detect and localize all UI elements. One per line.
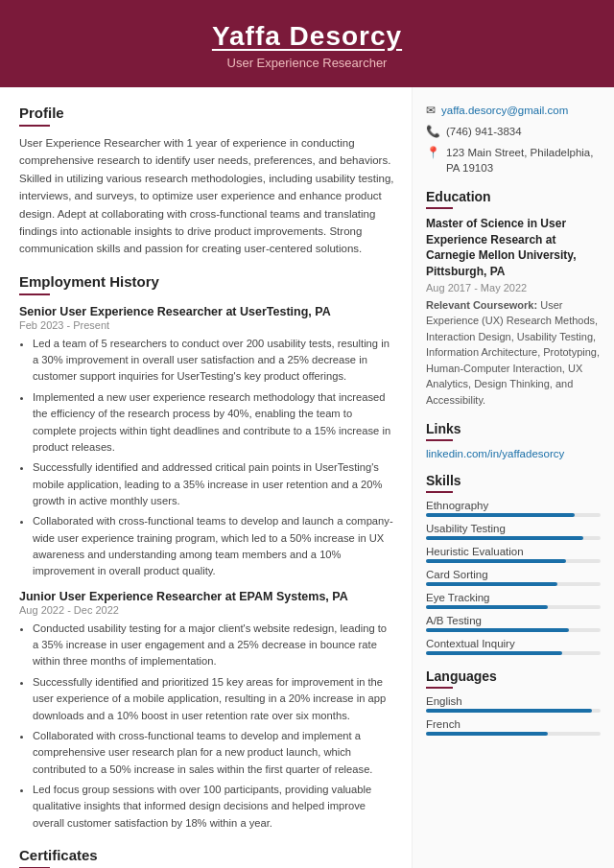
skills-divider [426,491,453,493]
skill-bar-fill-3 [426,582,557,586]
links-divider [426,439,453,441]
contact-phone-item: 📞 (746) 941-3834 [426,124,601,140]
skill-bar-bg-3 [426,582,601,586]
skill-bar-fill-5 [426,628,569,632]
job-2-bullet-4: Led focus group sessions with over 100 p… [33,782,394,832]
employment-divider [19,293,50,295]
phone-icon: 📞 [426,124,440,140]
skill-item-0: Ethnography [426,500,601,517]
education-title: Education [426,189,601,204]
skill-bar-bg-4 [426,605,601,609]
coursework-label: Relevant Coursework: [426,299,537,311]
skill-item-4: Eye Tracking [426,592,601,609]
languages-divider [426,687,453,689]
main-content: Profile User Experience Researcher with … [0,87,614,868]
lang-bar-bg-0 [426,709,601,713]
education-divider [426,207,453,209]
lang-item-0: English [426,695,601,713]
address-text: 123 Main Street, Philadelphia, PA 19103 [446,145,601,176]
job-1-title: Senior User Experience Researcher at Use… [19,305,394,318]
skill-item-2: Heuristic Evaluation [426,546,601,563]
skill-item-6: Contextual Inquiry [426,638,601,655]
phone-text: (746) 941-3834 [446,124,522,139]
languages-list: English French [426,695,601,736]
skill-name-0: Ethnography [426,500,601,511]
edu-degree: Master of Science in User Experience Res… [426,216,601,280]
skill-item-1: Usability Testing [426,523,601,540]
links-section: Links linkedin.com/in/yaffadesorcy [426,421,601,459]
lang-name-1: French [426,718,601,730]
lang-bar-bg-1 [426,732,601,736]
job-2-dates: Aug 2022 - Dec 2022 [19,604,394,616]
job-2-bullet-2: Successfully identified and prioritized … [33,674,394,724]
email-icon: ✉ [426,103,436,119]
skills-title: Skills [426,473,601,488]
skill-name-2: Heuristic Evaluation [426,546,601,557]
education-section: Education Master of Science in User Expe… [426,189,601,409]
profile-divider [19,125,50,127]
skill-item-5: A/B Testing [426,615,601,632]
job-2: Junior User Experience Researcher at EPA… [19,590,394,832]
skill-bar-fill-4 [426,605,548,609]
skill-bar-fill-1 [426,536,583,540]
job-2-title: Junior User Experience Researcher at EPA… [19,590,394,603]
left-column: Profile User Experience Researcher with … [0,87,413,868]
certificates-section: Certificates Certified User Experience A… [19,847,394,868]
skill-bar-bg-5 [426,628,601,632]
contact-section: ✉ yaffa.desorcy@gmail.com 📞 (746) 941-38… [426,103,601,176]
profile-title: Profile [19,105,394,121]
job-1-dates: Feb 2023 - Present [19,319,394,331]
skill-name-1: Usability Testing [426,523,601,534]
skill-bar-bg-1 [426,536,601,540]
skill-bar-fill-2 [426,559,566,563]
skill-name-5: A/B Testing [426,615,601,626]
skill-item-3: Card Sorting [426,569,601,586]
skill-name-6: Contextual Inquiry [426,638,601,649]
certificates-title: Certificates [19,847,394,863]
job-1-bullet-4: Collaborated with cross-functional teams… [33,513,394,579]
edu-coursework: Relevant Coursework: User Experience (UX… [426,297,601,409]
contact-address-item: 📍 123 Main Street, Philadelphia, PA 1910… [426,145,601,176]
lang-item-1: French [426,718,601,736]
coursework-text: User Experience (UX) Research Methods, I… [426,299,600,406]
job-1-bullet-3: Successfully identified and addressed cr… [33,459,394,509]
skills-section: Skills Ethnography Usability Testing Heu… [426,473,601,655]
header: Yaffa Desorcy User Experience Researcher [0,0,614,87]
job-1-bullets: Led a team of 5 researchers to conduct o… [19,336,394,580]
job-1-bullet-1: Led a team of 5 researchers to conduct o… [33,336,394,386]
job-2-bullet-3: Collaborated with cross-functional teams… [33,728,394,778]
edu-dates: Aug 2017 - May 2022 [426,282,601,293]
candidate-name: Yaffa Desorcy [19,21,595,52]
languages-title: Languages [426,669,601,684]
lang-bar-fill-1 [426,732,548,736]
employment-section: Employment History Senior User Experienc… [19,273,394,832]
job-2-bullets: Conducted usability testing for a major … [19,621,394,832]
employment-title: Employment History [19,273,394,290]
skills-list: Ethnography Usability Testing Heuristic … [426,500,601,655]
lang-name-0: English [426,695,601,707]
email-link[interactable]: yaffa.desorcy@gmail.com [441,103,568,118]
linkedin-link[interactable]: linkedin.com/in/yaffadesorcy [426,448,601,459]
lang-bar-fill-0 [426,709,592,713]
skill-name-4: Eye Tracking [426,592,601,603]
job-1-bullet-2: Implemented a new user experience resear… [33,389,394,456]
job-2-bullet-1: Conducted usability testing for a major … [33,621,394,670]
links-title: Links [426,421,601,436]
skill-bar-bg-0 [426,513,601,517]
job-1: Senior User Experience Researcher at Use… [19,305,394,580]
location-icon: 📍 [426,145,440,161]
profile-section: Profile User Experience Researcher with … [19,105,394,258]
skill-bar-fill-6 [426,651,562,655]
skill-bar-fill-0 [426,513,575,517]
profile-text: User Experience Researcher with 1 year o… [19,134,394,258]
contact-email-item: ✉ yaffa.desorcy@gmail.com [426,103,601,119]
right-column: ✉ yaffa.desorcy@gmail.com 📞 (746) 941-38… [413,87,614,868]
skill-bar-bg-6 [426,651,601,655]
skill-bar-bg-2 [426,559,601,563]
candidate-title: User Experience Researcher [19,56,595,70]
languages-section: Languages English French [426,669,601,736]
skill-name-3: Card Sorting [426,569,601,580]
